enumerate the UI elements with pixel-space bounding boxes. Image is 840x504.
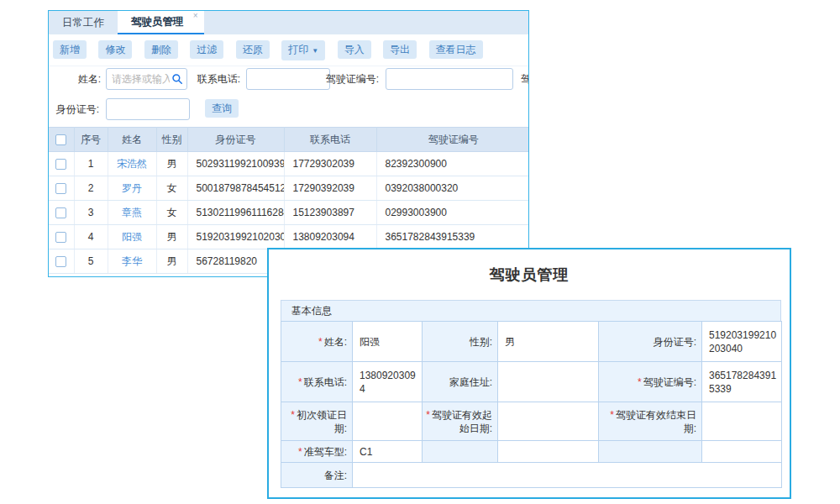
dialog-title: 驾驶员管理 bbox=[269, 265, 790, 285]
filter-button[interactable]: 过滤 bbox=[190, 40, 223, 59]
tab-daily-work[interactable]: 日常工作 bbox=[49, 11, 118, 34]
license-label-cell: *驾驶证编号: bbox=[599, 362, 702, 402]
driver-name-link[interactable]: 阳强 bbox=[122, 231, 142, 243]
valid-end-label-cell: *驾驶证有效结束日期: bbox=[599, 402, 702, 441]
valid-start-value-cell bbox=[498, 402, 599, 441]
empty-value-cell bbox=[702, 441, 782, 463]
filter-panel: 姓名: 联系电话: 驾驶证编号: 驾 身份证号: 查询 bbox=[49, 66, 528, 127]
form-row: *初次领证日期: *驾驶证有效起始日期: *驾驶证有效结束日期: bbox=[281, 402, 782, 441]
cell-phone: 17290392039 bbox=[284, 176, 376, 201]
first-issue-value-cell bbox=[353, 402, 423, 441]
driver-detail-dialog: 驾驶员管理 基本信息 *姓名: 阳强 性别: 男 身份证号: 519203199… bbox=[267, 248, 791, 499]
cell-license: 02993003900 bbox=[376, 201, 529, 225]
chevron-down-icon: ▼ bbox=[312, 47, 318, 55]
table-row: 1 宋浩然 男 502931199210093930 17729302039 8… bbox=[49, 152, 529, 176]
tab-label: 驾驶员管理 bbox=[131, 15, 184, 29]
print-button[interactable]: 打印▼ bbox=[281, 40, 325, 60]
restore-button[interactable]: 还原 bbox=[236, 40, 270, 59]
tab-driver-management[interactable]: 驾驶员管理 × bbox=[118, 11, 204, 34]
table-row: 4 阳强 男 519203199210203040 13809203094 36… bbox=[49, 225, 529, 249]
row-checkbox[interactable] bbox=[55, 159, 66, 170]
empty-label-cell bbox=[423, 441, 498, 463]
license-filter-input-wrap bbox=[386, 68, 513, 90]
cell-gender: 男 bbox=[156, 152, 187, 176]
row-checkbox[interactable] bbox=[55, 183, 66, 194]
driver-name-link[interactable]: 罗丹 bbox=[122, 182, 142, 194]
cell-license: 3651782843915339 bbox=[376, 225, 529, 249]
cell-phone: 13809203094 bbox=[284, 225, 376, 249]
header-seq: 序号 bbox=[74, 128, 108, 152]
add-button[interactable]: 新增 bbox=[53, 40, 87, 59]
tab-label: 日常工作 bbox=[62, 16, 104, 30]
cell-phone: 17729302039 bbox=[284, 152, 376, 176]
name-filter-label: 姓名: bbox=[57, 68, 101, 90]
select-all-checkbox[interactable] bbox=[55, 134, 66, 145]
cell-seq: 3 bbox=[74, 201, 108, 225]
cell-gender: 女 bbox=[156, 176, 187, 201]
cell-seq: 4 bbox=[74, 225, 108, 249]
header-phone: 联系电话 bbox=[284, 128, 376, 152]
tab-bar: 日常工作 驾驶员管理 × bbox=[49, 11, 528, 34]
cell-seq: 2 bbox=[74, 176, 108, 201]
license-filter-label: 驾驶证编号: bbox=[322, 68, 379, 90]
cell-seq: 1 bbox=[74, 152, 108, 176]
driver-name-link[interactable]: 章燕 bbox=[122, 207, 142, 218]
phone-filter-input[interactable] bbox=[247, 69, 329, 89]
table-row: 3 章燕 女 513021199611162847 15123903897 02… bbox=[49, 201, 529, 225]
driver-detail-form: *姓名: 阳强 性别: 男 身份证号: 519203199210203040 *… bbox=[281, 321, 782, 488]
toolbar: 新增 修改 删除 过滤 还原 打印▼ 导入 导出 查看日志 bbox=[49, 34, 528, 66]
required-star: * bbox=[426, 409, 430, 421]
required-star: * bbox=[610, 409, 614, 421]
idcard-filter-input-wrap bbox=[106, 98, 190, 120]
address-label-cell: 家庭住址: bbox=[423, 362, 498, 402]
driver-name-link[interactable]: 宋浩然 bbox=[117, 158, 147, 170]
query-button[interactable]: 查询 bbox=[205, 99, 239, 118]
vehicle-type-value-cell: C1 bbox=[353, 441, 423, 463]
clipped-filter-label: 驾 bbox=[521, 68, 529, 90]
export-button[interactable]: 导出 bbox=[383, 40, 417, 59]
header-idcard: 身份证号 bbox=[187, 128, 284, 152]
table-header-row: 序号 姓名 性别 身份证号 联系电话 驾驶证编号 bbox=[49, 128, 529, 152]
print-button-label: 打印 bbox=[288, 44, 308, 55]
cell-seq: 5 bbox=[74, 249, 108, 274]
select-all-cell bbox=[49, 128, 74, 152]
idcard-label-cell: 身份证号: bbox=[599, 322, 702, 362]
cell-phone: 15123903897 bbox=[284, 201, 376, 225]
gender-label-cell: 性别: bbox=[423, 322, 498, 362]
cell-license: 0392038000320 bbox=[376, 176, 529, 201]
name-value-cell: 阳强 bbox=[353, 322, 423, 362]
license-value-cell: 3651782843915339 bbox=[702, 362, 782, 402]
required-star: * bbox=[291, 409, 295, 421]
license-filter-input[interactable] bbox=[386, 69, 512, 89]
header-name: 姓名 bbox=[108, 128, 156, 152]
driver-name-link[interactable]: 李华 bbox=[122, 255, 142, 267]
row-checkbox[interactable] bbox=[55, 207, 66, 218]
phone-filter-input-wrap bbox=[246, 68, 330, 90]
form-row: 备注: bbox=[281, 463, 782, 488]
desktop: 日常工作 驾驶员管理 × 新增 修改 删除 过滤 还原 打印▼ 导入 导出 查看… bbox=[0, 0, 840, 504]
required-star: * bbox=[298, 376, 302, 388]
idcard-filter-label: 身份证号: bbox=[50, 98, 99, 120]
valid-start-label-cell: *驾驶证有效起始日期: bbox=[423, 402, 498, 441]
remark-value-cell bbox=[353, 463, 782, 488]
first-issue-label-cell: *初次领证日期: bbox=[281, 402, 353, 441]
row-checkbox[interactable] bbox=[55, 232, 66, 243]
required-star: * bbox=[318, 336, 323, 348]
form-row: *姓名: 阳强 性别: 男 身份证号: 519203199210203040 bbox=[281, 322, 782, 362]
row-checkbox[interactable] bbox=[55, 256, 66, 267]
cell-idcard: 513021199611162847 bbox=[187, 201, 284, 225]
phone-label-cell: *联系电话: bbox=[281, 362, 353, 402]
delete-button[interactable]: 删除 bbox=[144, 40, 178, 59]
driver-list-window: 日常工作 驾驶员管理 × 新增 修改 删除 过滤 还原 打印▼ 导入 导出 查看… bbox=[48, 10, 529, 277]
idcard-filter-input[interactable] bbox=[107, 99, 189, 119]
edit-button[interactable]: 修改 bbox=[98, 40, 132, 59]
address-value-cell bbox=[498, 362, 599, 402]
view-log-button[interactable]: 查看日志 bbox=[429, 40, 483, 59]
search-icon[interactable] bbox=[171, 73, 183, 85]
table-row: 2 罗丹 女 500187987845451245 17290392039 03… bbox=[49, 176, 529, 201]
name-label-cell: *姓名: bbox=[281, 322, 353, 362]
idcard-value-cell: 519203199210203040 bbox=[702, 322, 782, 362]
import-button[interactable]: 导入 bbox=[338, 40, 371, 59]
close-icon[interactable]: × bbox=[193, 12, 198, 20]
name-filter-input[interactable] bbox=[107, 69, 171, 89]
